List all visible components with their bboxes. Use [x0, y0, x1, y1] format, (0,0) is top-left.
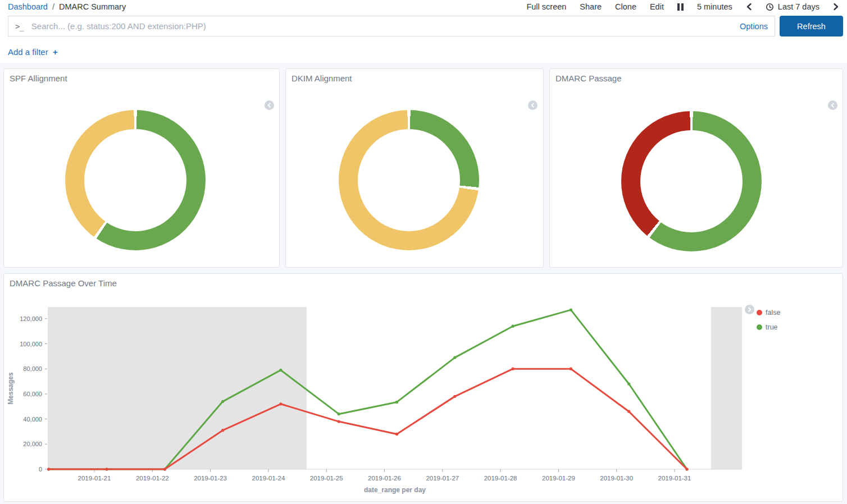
legend-dot-false — [757, 310, 762, 315]
dmarc-passage-donut-chart[interactable] — [621, 111, 762, 251]
options-link[interactable]: Options — [740, 22, 768, 31]
time-picker-button[interactable]: Last 7 days — [766, 2, 819, 11]
page-title: DMARC Summary — [59, 2, 126, 11]
data-point-false[interactable] — [627, 410, 630, 413]
chevron-left-icon — [830, 103, 835, 108]
refresh-interval-button[interactable]: 5 minutes — [697, 2, 732, 11]
y-axis-title: Messages — [7, 372, 15, 405]
x-tick-label: 2019-01-22 — [136, 475, 169, 482]
legend-toggle-icon[interactable] — [528, 100, 538, 110]
panel-spf-alignment: SPF Allignment — [3, 68, 280, 268]
legend-item-false[interactable]: false — [757, 305, 780, 320]
y-tick-label: 120,000 — [20, 315, 42, 322]
chevron-left-icon — [267, 103, 272, 108]
x-tick-label: 2019-01-23 — [194, 475, 227, 482]
full-screen-button[interactable]: Full screen — [526, 2, 566, 11]
data-point-true[interactable] — [570, 309, 572, 311]
data-point-false[interactable] — [163, 468, 166, 470]
data-point-false[interactable] — [47, 468, 50, 470]
data-point-true[interactable] — [627, 382, 630, 385]
panel-title[interactable]: SPF Allignment — [10, 74, 67, 83]
y-tick-label: 20,000 — [23, 441, 42, 447]
panel-dmarc-passage: DMARC Passage — [549, 68, 843, 268]
time-back-icon[interactable] — [746, 3, 752, 11]
legend-toggle-icon[interactable] — [265, 100, 274, 110]
legend-item-true[interactable]: true — [757, 320, 780, 335]
breadcrumb: Dashboard / DMARC Summary — [8, 2, 126, 11]
panel-dkim-alignment: DKIM Alignment — [285, 68, 544, 268]
legend-toggle-icon[interactable] — [745, 305, 754, 314]
legend-label: false — [766, 309, 780, 317]
top-nav-menu: Full screen Share Clone Edit 5 minutes L… — [526, 2, 839, 11]
data-point-true[interactable] — [338, 413, 340, 415]
x-tick-label: 2019-01-24 — [252, 475, 285, 482]
query-bar: >_ Options Refresh — [8, 16, 843, 36]
time-selection-region[interactable] — [48, 307, 307, 469]
x-tick-label: 2019-01-21 — [78, 475, 111, 482]
data-point-true[interactable] — [221, 400, 224, 403]
y-tick-label: 100,000 — [20, 341, 42, 347]
data-point-true[interactable] — [512, 325, 514, 328]
x-tick-label: 2019-01-26 — [368, 475, 401, 482]
time-selection-region[interactable] — [711, 307, 742, 469]
x-tick-label: 2019-01-31 — [658, 475, 691, 482]
filter-bar: Add a filter + — [8, 47, 58, 57]
time-forward-icon[interactable] — [833, 3, 839, 11]
data-point-false[interactable] — [685, 468, 688, 470]
clock-icon — [766, 3, 774, 11]
y-tick-label: 40,000 — [23, 416, 42, 423]
x-tick-label: 2019-01-30 — [600, 475, 633, 482]
data-point-false[interactable] — [453, 395, 456, 398]
add-filter-link[interactable]: Add a filter — [8, 47, 48, 57]
chart-legend: falsetrue — [757, 305, 780, 335]
panel-title[interactable]: DKIM Alignment — [292, 74, 352, 83]
legend-dot-true — [757, 324, 762, 330]
data-point-false[interactable] — [105, 468, 108, 470]
x-tick-label: 2019-01-29 — [542, 475, 575, 482]
data-point-true[interactable] — [395, 401, 398, 404]
x-axis-title: date_range per day — [364, 486, 426, 494]
panel-title[interactable]: DMARC Passage — [555, 74, 622, 83]
data-point-false[interactable] — [221, 429, 224, 432]
spf-alignment-donut-chart[interactable] — [65, 110, 206, 250]
add-filter-plus-icon[interactable]: + — [53, 47, 58, 57]
legend-label: true — [766, 323, 778, 331]
data-point-true[interactable] — [453, 356, 456, 359]
data-point-false[interactable] — [279, 402, 282, 405]
panel-dmarc-passage-over-time: DMARC Passage Over Time 020,00040,00060,… — [3, 273, 843, 502]
x-tick-label: 2019-01-27 — [426, 475, 459, 482]
breadcrumb-dashboard-link[interactable]: Dashboard — [8, 2, 48, 11]
y-tick-label: 60,000 — [23, 391, 42, 397]
dkim-alignment-donut-chart[interactable] — [339, 110, 479, 250]
breadcrumb-separator: / — [52, 2, 54, 11]
x-tick-label: 2019-01-25 — [310, 475, 343, 482]
legend-toggle-icon[interactable] — [828, 100, 837, 110]
search-input[interactable] — [31, 21, 734, 31]
clone-button[interactable]: Clone — [615, 2, 636, 11]
dmarc-passage-line-chart: 020,00040,00060,00080,000100,000120,0002… — [4, 274, 844, 502]
data-point-false[interactable] — [512, 368, 514, 370]
pause-refresh-icon[interactable] — [677, 3, 684, 11]
breadcrumb-row: Dashboard / DMARC Summary Full screen Sh… — [0, 0, 847, 15]
data-point-true[interactable] — [279, 369, 282, 372]
x-tick-label: 2019-01-28 — [484, 475, 517, 482]
share-button[interactable]: Share — [580, 2, 602, 11]
query-prompt-icon: >_ — [15, 22, 24, 31]
refresh-button[interactable]: Refresh — [780, 16, 843, 36]
y-tick-label: 80,000 — [23, 365, 42, 372]
y-tick-label: 0 — [39, 466, 42, 473]
top-chrome: Dashboard / DMARC Summary Full screen Sh… — [0, 0, 847, 63]
data-point-false[interactable] — [570, 368, 572, 370]
search-box[interactable]: >_ Options — [8, 16, 775, 36]
chevron-right-icon — [747, 307, 752, 312]
data-point-false[interactable] — [338, 420, 340, 423]
edit-button[interactable]: Edit — [650, 2, 664, 11]
data-point-false[interactable] — [395, 433, 398, 436]
chevron-left-icon — [530, 103, 535, 108]
